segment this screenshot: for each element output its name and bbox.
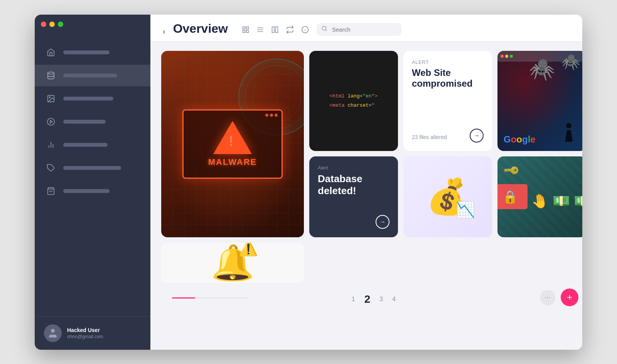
sidebar-item-home[interactable] xyxy=(35,42,150,63)
bag-icon xyxy=(46,186,56,196)
sidebar-item-gallery[interactable] xyxy=(35,88,150,109)
tag-icon xyxy=(46,163,56,173)
hand-icon: 🤚 xyxy=(530,191,550,210)
chart-icon xyxy=(46,139,56,150)
more-options-button[interactable]: ··· xyxy=(540,290,555,305)
page-3[interactable]: 3 xyxy=(379,296,383,303)
play-icon xyxy=(46,116,56,127)
sidebar-item-tag[interactable] xyxy=(35,157,150,179)
browser-dot-green xyxy=(510,55,513,58)
page-1[interactable]: 1 xyxy=(352,296,355,303)
dot1 xyxy=(265,114,268,117)
g-yellow: o xyxy=(516,134,522,145)
page-2-active[interactable]: 2 xyxy=(364,293,371,305)
db-title: Database deleted! xyxy=(318,173,389,197)
home-icon xyxy=(46,47,56,58)
dot3 xyxy=(275,114,278,117)
user-name: Hacked User xyxy=(67,327,103,333)
ransom-content: 🔒 🤚 💵 💵 xyxy=(497,184,582,209)
spider-card[interactable]: 🕷️ 🕷️ G o o g l e xyxy=(497,51,582,151)
screen-dots xyxy=(265,114,278,117)
cash-icon: 💵 xyxy=(553,193,570,209)
sidebar-label xyxy=(63,143,108,147)
gallery-icon xyxy=(46,93,56,104)
bell-container: 🔔 ⚠️ xyxy=(211,243,254,283)
traffic-lights xyxy=(41,22,63,27)
svg-point-10 xyxy=(51,329,55,332)
browser-dot-yellow xyxy=(505,55,508,58)
sidebar-label xyxy=(63,189,110,193)
app-window: Hacked User ohno@gmail.com ‹ Overview xyxy=(35,15,582,350)
google-logo: G o o g l e xyxy=(504,134,536,145)
alert-footer: 23 files altered → xyxy=(412,129,484,143)
g-red: o xyxy=(511,134,517,145)
g-blue: G xyxy=(504,134,511,145)
alert-label: Alert xyxy=(412,59,484,65)
dots-icon: ··· xyxy=(545,294,550,302)
svg-point-2 xyxy=(49,97,50,98)
sidebar-label xyxy=(63,74,117,77)
warning-icon: ⚠️ xyxy=(239,243,258,257)
spider-icon: 🕷️ xyxy=(529,57,555,82)
alert-title: Web Site compromised xyxy=(412,67,484,90)
cards-grid: MALWARE <html lang="en"> <meta charset="… xyxy=(161,51,582,283)
add-button[interactable]: + xyxy=(561,289,578,306)
ransom-card[interactable]: 🔑 🔒 🤚 💵 💵 xyxy=(497,156,582,237)
svg-marker-4 xyxy=(50,120,52,123)
malware-card[interactable]: MALWARE xyxy=(161,51,304,237)
minimize-button[interactable] xyxy=(49,22,55,27)
sidebar-item-database[interactable] xyxy=(35,65,150,86)
alert-arrow-button[interactable]: → xyxy=(470,129,484,143)
db-arrow-button[interactable]: → xyxy=(376,215,389,229)
progress-indicator xyxy=(172,297,195,299)
sidebar-item-chart[interactable] xyxy=(35,134,150,156)
close-button[interactable] xyxy=(41,22,46,27)
sidebar-label xyxy=(63,50,110,54)
g-blue2: g xyxy=(522,134,528,145)
sidebar-item-bag[interactable] xyxy=(35,180,150,202)
database-card[interactable]: Alert Database deleted! → xyxy=(309,156,398,237)
cash2-icon: 💵 xyxy=(574,193,583,209)
g-green: l xyxy=(528,134,531,145)
ransom-monitor: 🔒 xyxy=(497,184,528,209)
code-block: <html lang="en"> <meta charset=" xyxy=(330,92,378,110)
fullscreen-button[interactable] xyxy=(58,22,63,27)
progress-track xyxy=(172,297,249,299)
sidebar-label xyxy=(63,97,113,101)
sidebar: Hacked User ohno@gmail.com xyxy=(35,15,150,350)
alert-card[interactable]: Alert Web Site compromised 23 files alte… xyxy=(403,51,492,151)
malware-content: MALWARE xyxy=(161,51,304,237)
alert-top: Alert Web Site compromised xyxy=(412,59,484,90)
database-icon xyxy=(46,70,56,81)
db-label: Alert xyxy=(318,165,389,171)
svg-point-0 xyxy=(48,72,54,74)
page-4[interactable]: 4 xyxy=(392,296,396,303)
warning-triangle xyxy=(213,121,252,154)
user-info: Hacked User ohno@gmail.com xyxy=(67,327,103,339)
malware-label: MALWARE xyxy=(208,157,257,167)
money-bag-icon: 💰 📉 xyxy=(426,176,469,217)
browser-dot-red xyxy=(501,55,504,58)
avatar xyxy=(44,324,62,342)
sidebar-item-play[interactable] xyxy=(35,111,150,133)
bell-card[interactable]: 🔔 ⚠️ xyxy=(161,243,304,283)
g-red2: e xyxy=(530,134,535,145)
main-content: ‹ Overview xyxy=(150,15,582,350)
svg-point-25 xyxy=(566,123,571,128)
code-card[interactable]: <html lang="en"> <meta charset=" xyxy=(309,51,398,151)
user-email: ohno@gmail.com xyxy=(67,334,103,339)
svg-point-3 xyxy=(47,118,54,125)
plus-icon: + xyxy=(567,292,572,303)
money-card[interactable]: 💰 📉 xyxy=(403,156,492,237)
pagination: 1 2 3 4 ··· + xyxy=(161,289,582,309)
db-top: Alert Database deleted! xyxy=(318,165,389,197)
down-arrow-icon: 📉 xyxy=(456,201,475,219)
title-bar xyxy=(35,15,582,34)
alert-subtitle: 23 files altered xyxy=(412,134,447,140)
malware-screen: MALWARE xyxy=(182,109,283,179)
user-profile[interactable]: Hacked User ohno@gmail.com xyxy=(35,316,150,350)
sidebar-label xyxy=(63,120,106,124)
sidebar-nav xyxy=(35,34,150,316)
dot2 xyxy=(270,114,273,117)
person-silhouette xyxy=(563,122,575,143)
